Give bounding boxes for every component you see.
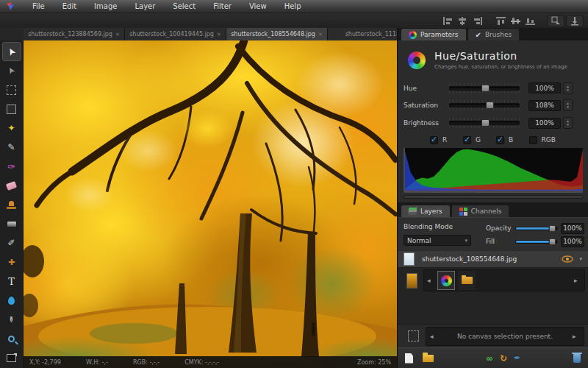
tab-close-icon[interactable]: ✕: [115, 32, 120, 38]
channel-g-checkbox[interactable]: G: [463, 136, 490, 144]
delete-layer-icon[interactable]: [573, 354, 581, 363]
tab-layers-label: Layers: [420, 208, 442, 215]
menu-image[interactable]: Image: [85, 0, 126, 13]
opacity-slider-handle[interactable]: [549, 225, 556, 232]
canvas-selection-row: ◂ No canvas selection present. ▸: [398, 324, 588, 347]
fill-slider[interactable]: [515, 240, 558, 244]
stamp-icon: [7, 201, 16, 209]
retouch-tool[interactable]: ✐: [2, 233, 21, 252]
hue-slider-handle[interactable]: [481, 85, 490, 92]
align-top-icon[interactable]: [494, 15, 507, 26]
align-right-icon[interactable]: [470, 15, 484, 26]
fill-row: Fill 100% ▴▾: [486, 235, 588, 248]
status-xy: X,Y: -2,799: [29, 359, 61, 366]
add-adjustment-icon[interactable]: ↻: [500, 353, 507, 364]
menu-file[interactable]: File: [24, 0, 54, 13]
hue-saturation-effect-item[interactable]: [437, 271, 455, 290]
channel-rgb-checkbox[interactable]: RGB: [529, 136, 556, 144]
brightness-stepper[interactable]: ▴▾: [563, 117, 573, 129]
zoom-tool[interactable]: [2, 329, 21, 348]
clone-stamp-tool[interactable]: [2, 195, 21, 214]
move-tool[interactable]: ➤: [2, 42, 21, 61]
menu-select[interactable]: Select: [164, 0, 204, 13]
effect-thumbnail-item[interactable]: [458, 271, 476, 290]
fill-value-field[interactable]: 100%: [561, 236, 584, 247]
brightness-slider-handle[interactable]: [481, 119, 490, 127]
tab-label: shutterstock_123884569.jpg: [28, 31, 112, 38]
direct-select-tool[interactable]: ➤: [2, 61, 21, 80]
pen-tool[interactable]: ✎: [2, 138, 21, 157]
tab-close-icon[interactable]: ✕: [318, 32, 323, 38]
blending-mode-select[interactable]: Normal ▾: [404, 235, 471, 246]
type-tool[interactable]: T: [2, 272, 21, 291]
brightness-value-field[interactable]: 100%: [528, 118, 561, 129]
new-layer-icon[interactable]: [405, 353, 413, 364]
tab-parameters[interactable]: Parameters: [401, 29, 466, 40]
align-left-icon[interactable]: [441, 15, 454, 26]
saturation-slider[interactable]: [449, 100, 520, 110]
saturation-value-field[interactable]: 108%: [528, 100, 561, 111]
tab-close-icon[interactable]: ✕: [217, 32, 221, 38]
align-middle-icon[interactable]: [509, 15, 522, 26]
opacity-label: Opacity: [486, 224, 512, 232]
transform-tool[interactable]: [2, 99, 21, 118]
tab-brushes-label: Brushes: [485, 31, 512, 38]
brush-tool[interactable]: ✑: [2, 157, 21, 176]
transform-icon: [7, 105, 16, 114]
channel-b-checkbox[interactable]: B: [496, 136, 523, 144]
saturation-stepper[interactable]: ▴▾: [563, 99, 573, 111]
align-bottom-icon[interactable]: [523, 15, 537, 26]
menu-help[interactable]: Help: [276, 0, 310, 13]
tab-document-2[interactable]: shutterstock_100419445.jpg ✕: [125, 28, 226, 40]
fill-slider-handle[interactable]: [549, 238, 556, 245]
tab-document-4[interactable]: shutterstock_1118024: [328, 28, 397, 40]
scroll-left-icon[interactable]: ◂: [427, 277, 434, 284]
layer-visibility-eye-icon[interactable]: [562, 255, 573, 263]
tab-channels[interactable]: Channels: [452, 205, 509, 217]
eraser-tool[interactable]: [2, 176, 21, 195]
marquee-icon: [7, 85, 16, 95]
opacity-value-field[interactable]: 100%: [561, 223, 584, 234]
scroll-right-icon[interactable]: ▸: [573, 333, 580, 340]
menu-edit[interactable]: Edit: [54, 0, 85, 13]
menu-filter[interactable]: Filter: [204, 0, 240, 13]
canvas-size-tool[interactable]: [2, 348, 21, 367]
scroll-left-icon[interactable]: ◂: [430, 333, 437, 340]
link-layers-icon[interactable]: ∞: [486, 353, 493, 364]
brush-icon: ✔: [476, 31, 481, 39]
hue-value-field[interactable]: 100%: [528, 82, 561, 93]
tab-document-3-active[interactable]: shutterstock_108554648.jpg ✕: [226, 28, 328, 40]
hue-stepper[interactable]: ▴▾: [563, 82, 573, 94]
layer-row-selected[interactable]: shutterstock_108554648.jpg ▾: [398, 250, 588, 268]
tool-palette: ➤ ➤ ✦ ✎ ✑ ✐ ✚ T ✒: [0, 40, 24, 368]
tab-layers[interactable]: Layers: [401, 205, 450, 217]
canvas-viewport[interactable]: X,Y: -2,799 W,H: -,- RGB: -,-,- CMYK: -,…: [24, 40, 397, 368]
opacity-slider[interactable]: [515, 227, 558, 230]
layer-options-chevron-icon[interactable]: ▾: [579, 256, 582, 262]
tab-document-1[interactable]: shutterstock_123884569.jpg ✕: [24, 28, 125, 40]
align-center-icon[interactable]: [456, 15, 469, 26]
blur-tool[interactable]: [2, 291, 21, 310]
brightness-slider[interactable]: [449, 118, 520, 128]
slice-tool-button[interactable]: [547, 15, 564, 27]
edit-mask-icon[interactable]: ✒: [514, 353, 520, 363]
saturation-slider-handle[interactable]: [486, 102, 494, 109]
channel-r-checkbox[interactable]: R: [430, 136, 456, 144]
export-button[interactable]: [566, 15, 584, 27]
healing-tool[interactable]: ✚: [2, 252, 21, 272]
gradient-tool[interactable]: [2, 214, 21, 233]
menu-view[interactable]: View: [240, 0, 276, 13]
histogram-panel: [398, 146, 588, 199]
scroll-right-icon[interactable]: ▸: [574, 277, 581, 284]
blending-mode-cell: Normal ▾: [404, 235, 486, 248]
marquee-tool[interactable]: [2, 80, 21, 99]
effect-source-thumbnail[interactable]: [406, 273, 417, 289]
eyedropper-tool[interactable]: ✒: [2, 310, 21, 329]
new-group-icon[interactable]: [423, 355, 434, 362]
menu-layer[interactable]: Layer: [126, 0, 164, 13]
hue-saturation-icon: [408, 52, 426, 69]
tab-brushes[interactable]: ✔ Brushes: [468, 29, 520, 40]
layers-list-empty-area: [398, 293, 588, 324]
magic-wand-tool[interactable]: ✦: [2, 118, 21, 138]
hue-slider[interactable]: [449, 83, 520, 93]
